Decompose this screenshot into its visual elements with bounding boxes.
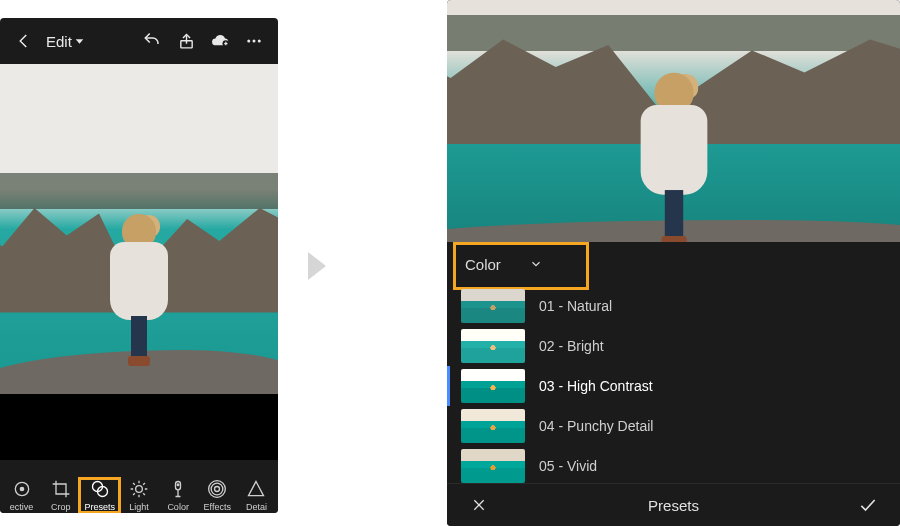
tool-label: Light [129, 502, 149, 512]
preset-item[interactable]: 01 - Natural [447, 286, 900, 326]
tool-color[interactable]: Color [159, 479, 198, 512]
svg-marker-16 [249, 482, 264, 496]
tool-label: ective [10, 502, 34, 512]
preset-list: 01 - Natural02 - Bright03 - High Contras… [447, 286, 900, 486]
preset-thumb [461, 329, 525, 363]
tool-crop[interactable]: Crop [41, 479, 80, 512]
svg-point-4 [253, 40, 256, 43]
bottombar-title: Presets [648, 497, 699, 514]
svg-point-3 [247, 40, 250, 43]
tool-light[interactable]: Light [119, 479, 158, 512]
preset-thumb [461, 289, 525, 323]
preset-thumb [461, 449, 525, 483]
preset-item[interactable]: 05 - Vivid [447, 446, 900, 486]
category-label: Color [465, 256, 501, 273]
tool-label: Detai [246, 502, 267, 512]
preset-label: 05 - Vivid [539, 458, 597, 474]
edit-label: Edit [46, 33, 72, 50]
preset-label: 04 - Punchy Detail [539, 418, 653, 434]
close-icon[interactable] [465, 491, 493, 519]
phone-presets-screen: Color 01 - Natural02 - Bright03 - High C… [447, 0, 900, 526]
share-icon[interactable] [172, 27, 200, 55]
tool-detail[interactable]: Detai [237, 479, 276, 512]
preset-label: 03 - High Contrast [539, 378, 653, 394]
undo-icon[interactable] [138, 27, 166, 55]
phone-edit-screen: Edit e [0, 18, 278, 513]
svg-marker-0 [76, 39, 84, 44]
preset-thumb [461, 369, 525, 403]
empty-area [0, 394, 278, 460]
main-photo[interactable] [0, 64, 278, 394]
navigation-arrow-icon [308, 252, 326, 280]
tool-strip: ective Crop Presets Light Color Effects [0, 460, 278, 513]
tool-effects[interactable]: Effects [198, 479, 237, 512]
tool-label: Presets [85, 502, 116, 512]
edit-menu[interactable]: Edit [46, 33, 84, 50]
preset-item[interactable]: 03 - High Contrast [447, 366, 900, 406]
more-icon[interactable] [240, 27, 268, 55]
preset-label: 01 - Natural [539, 298, 612, 314]
preset-label: 02 - Bright [539, 338, 604, 354]
svg-point-14 [211, 483, 223, 495]
presets-bottombar: Presets [447, 483, 900, 526]
tool-label: Effects [204, 502, 231, 512]
confirm-icon[interactable] [854, 491, 882, 519]
tool-label: Color [167, 502, 189, 512]
preset-category-dropdown[interactable]: Color [447, 242, 900, 286]
svg-point-13 [215, 487, 220, 492]
tool-presets[interactable]: Presets [80, 479, 119, 512]
svg-point-12 [177, 484, 179, 486]
preset-thumb [461, 409, 525, 443]
svg-point-5 [258, 40, 261, 43]
preset-item[interactable]: 02 - Bright [447, 326, 900, 366]
cloud-sync-icon[interactable] [206, 27, 234, 55]
svg-point-10 [136, 486, 143, 493]
preset-item[interactable]: 04 - Punchy Detail [447, 406, 900, 446]
chevron-down-icon [529, 257, 543, 271]
tool-selective[interactable]: ective [2, 479, 41, 512]
topbar: Edit [0, 18, 278, 64]
tool-label: Crop [51, 502, 71, 512]
preview-photo[interactable] [447, 0, 900, 242]
back-icon[interactable] [10, 27, 38, 55]
svg-point-7 [20, 487, 23, 490]
